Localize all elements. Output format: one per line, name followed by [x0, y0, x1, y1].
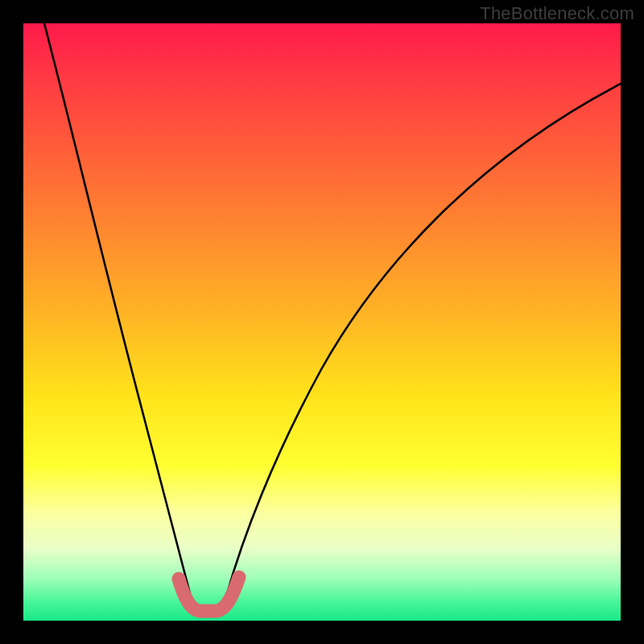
watermark-text: TheBottleneck.com — [480, 3, 634, 24]
bottleneck-curve — [23, 23, 621, 621]
bottleneck-curve-left — [44, 23, 191, 597]
plot-area — [23, 23, 621, 621]
bottleneck-curve-right — [226, 84, 621, 597]
